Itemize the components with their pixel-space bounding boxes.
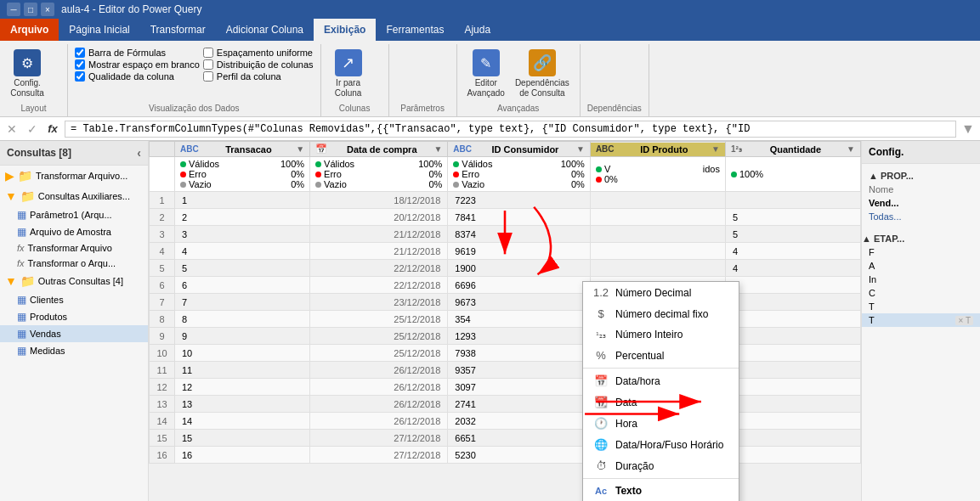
col-header-data-compra[interactable]: 📅 Data de compra ▼ [310,142,448,157]
tab-pagina-inicial[interactable]: Página Inicial [59,19,139,41]
sidebar-group-transformar: ▶ 📁 Transformar Arquivo... [0,166,148,186]
step-item-in[interactable]: In [862,273,980,286]
tab-ajuda[interactable]: Ajuda [454,19,501,41]
step-item-t[interactable]: T [862,300,980,313]
formula-expand-button[interactable]: ▼ [960,121,977,138]
table-row: 7 7 23/12/2018 9673 4 [150,294,861,311]
cell-idcons-10: 7938 [448,345,591,362]
filter-transacao[interactable]: ▼ [296,144,304,154]
step-label-a: A [869,261,875,271]
checkbox-espacamento[interactable]: Espaçamento uniforme [203,48,314,58]
row-num-11: 11 [150,362,175,379]
dropdown-item-decimal-fixo[interactable]: $ Número decimal fixo [583,303,739,324]
sidebar-item-produtos[interactable]: ▦ Produtos [0,308,148,325]
checkbox-distribuicao[interactable]: Distribuição de colunas [203,59,314,70]
col-header-transacao[interactable]: ABC Transacao ▼ [175,142,310,157]
tab-arquivo[interactable]: Arquivo [0,19,59,41]
sidebar-group-transformar-header[interactable]: ▶ 📁 Transformar Arquivo... [0,166,148,186]
checkbox-barra-formulas[interactable]: Barra de Fórmulas [75,48,200,58]
sidebar-group-transformar-label: Transformar Arquivo... [36,171,127,181]
cell-qtd-3: 5 [725,226,860,243]
table-row: 3 3 21/12/2018 8374 5 [150,226,861,243]
dropdown-item-numero-decimal[interactable]: 1.2 Número Decimal [583,282,739,303]
avancadas-label: Avançadas [464,102,573,113]
step-item-f[interactable]: F [862,245,980,259]
sidebar-item-arquivo-amostra[interactable]: ▦ Arquivo de Amostra [0,223,148,240]
dropdown-item-texto[interactable]: Ac Texto [583,481,739,501]
dropdown-item-duracao[interactable]: ⏱ Duração [583,455,739,476]
formula-cancel-button[interactable]: ✕ [3,121,20,138]
filter-qtd[interactable]: ▼ [847,144,855,154]
col-header-id-produto[interactable]: ABC ID Produto ▼ [590,142,725,157]
filter-idprod[interactable]: ▼ [711,144,720,154]
th-id-cons-content: ABC ID Consumidor ▼ [448,143,590,156]
ribbon-group-av-content: ✎ EditorAvançado 🔗 Dependênciasde Consul… [464,48,573,102]
sidebar-item-medidas[interactable]: ▦ Medidas [0,342,148,359]
dropdown-item-data-hora[interactable]: 📅 Data/hora [583,370,739,391]
dropdown-item-percentual[interactable]: % Percentual [583,345,739,366]
row-num-12: 12 [150,379,175,396]
tab-transformar[interactable]: Transformar [140,19,216,41]
minimize-icon[interactable]: ─ [7,3,20,16]
cell-qtd-5: 4 [725,260,860,277]
config-consulta-button[interactable]: ⚙ Config.Consulta [7,48,48,100]
cell-data-8: 25/12/2018 [310,311,448,328]
cell-transacao-3: 3 [175,226,310,243]
table-row: 12 12 26/12/2018 3097 9 [150,379,861,396]
checkbox-perfil[interactable]: Perfil da coluna [203,71,314,82]
sidebar-item-transformar-arquivo[interactable]: fx Transformar Arquivo [0,240,148,256]
sidebar-group-outras-header[interactable]: ▼ 📁 Outras Consultas [4] [0,271,148,291]
sidebar-header: Consultas [8] ‹ [0,141,148,166]
col-header-id-consumidor[interactable]: ABC ID Consumidor ▼ [448,142,591,157]
dropdown-item-hora[interactable]: 🕐 Hora [583,413,739,434]
filter-data[interactable]: ▼ [433,144,442,154]
cell-qtd-7: 4 [725,294,860,311]
dropdown-item-data-hora-fuso[interactable]: 🌐 Data/Hora/Fuso Horário [583,434,739,455]
cell-data-9: 25/12/2018 [310,328,448,345]
restore-icon[interactable]: □ [24,3,37,16]
sidebar-item-clientes[interactable]: ▦ Clientes [0,291,148,308]
sidebar-item-vendas[interactable]: ▦ Vendas [0,325,148,342]
todas-link[interactable]: Todas... [869,210,973,223]
step-label-t: T [869,301,875,312]
cell-idcons-1: 7223 [448,192,591,209]
ir-para-coluna-button[interactable]: ↗ Ir paraColuna [328,48,369,100]
close-icon[interactable]: × [41,3,54,16]
editor-avancado-button[interactable]: ✎ EditorAvançado [464,48,508,100]
col-type-qtd: 1²₃ [731,144,742,154]
th-transacao-content: ABC Transacao ▼ [175,143,309,156]
formula-confirm-button[interactable]: ✓ [24,121,41,138]
table-row: 6 6 22/12/2018 6696 3 [150,277,861,294]
sidebar-item-parametro1[interactable]: ▦ Parâmetro1 (Arqu... [0,206,148,223]
row-num-3: 3 [150,226,175,243]
data-icon: 📆 [593,396,609,408]
table-container[interactable]: ABC Transacao ▼ 📅 Data de compra ▼ [149,141,861,501]
dropdown-item-data[interactable]: 📆 Data [583,391,739,413]
cell-idcons-16: 5230 [448,447,591,464]
sidebar-item-transformar-arqu2[interactable]: fx Transformar o Arqu... [0,256,148,271]
col-header-quantidade[interactable]: 1²₃ Quantidade ▼ [725,142,860,157]
sidebar-group-auxiliares-header[interactable]: ▼ 📁 Consultas Auxiliares... [0,186,148,206]
title-bar-icons[interactable]: ─ □ × [7,3,54,16]
step-item-c[interactable]: C [862,286,980,300]
cell-qtd-13: 4 [725,396,860,413]
checkbox-mostrar-espaco[interactable]: Mostrar espaço em branco [75,59,200,70]
tab-ferramentas[interactable]: Ferramentas [376,19,454,41]
tab-exibicao[interactable]: Exibição [314,19,376,41]
cell-data-15: 27/12/2018 [310,430,448,447]
sidebar-collapse-button[interactable]: ‹ [137,146,141,160]
checkbox-qualidade[interactable]: Qualidade da coluna [75,71,200,82]
tab-adicionar-coluna[interactable]: Adicionar Coluna [216,19,314,41]
step-item-xt[interactable]: T × T [862,313,980,327]
cell-idprod-5 [590,260,725,277]
dropdown-item-inteiro[interactable]: ¹₂₃ Número Inteiro [583,324,739,345]
formula-input[interactable] [65,121,956,138]
sidebar-item-produtos-label: Produtos [30,312,67,322]
step-item-a[interactable]: A [862,259,980,273]
cell-idcons-6: 6696 [448,277,591,294]
dependencias-consulta-button[interactable]: 🔗 Dependênciasde Consulta [512,48,573,100]
cell-transacao-2: 2 [175,209,310,226]
filter-idcons[interactable]: ▼ [576,144,585,154]
ir-coluna-icon: ↗ [335,49,362,76]
cell-qtd-9: 1 [725,328,860,345]
